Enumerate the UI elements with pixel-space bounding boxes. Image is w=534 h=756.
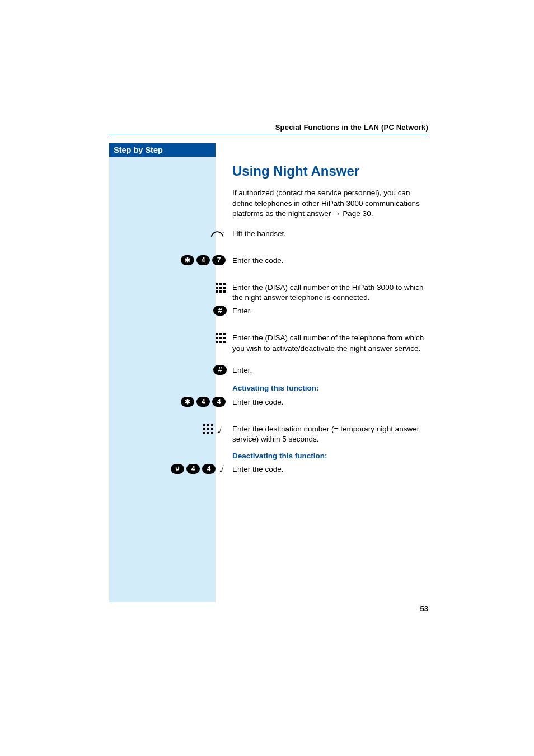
sidebar-tab: Step by Step — [109, 143, 216, 157]
key-7: 7 — [212, 255, 226, 265]
svg-rect-18 — [219, 341, 222, 343]
svg-rect-23 — [203, 428, 205, 430]
svg-rect-4 — [223, 283, 226, 285]
step-lift-handset: Lift the handset. — [232, 229, 428, 239]
running-header: Special Functions in the LAN (PC Network… — [109, 123, 428, 132]
svg-rect-25 — [211, 428, 213, 430]
key-4: 4 — [196, 397, 210, 407]
svg-rect-20 — [203, 424, 205, 426]
svg-rect-15 — [219, 337, 222, 339]
keypad-icon-3 — [203, 424, 213, 437]
svg-rect-8 — [216, 290, 218, 293]
key-4b: 4 — [202, 464, 216, 474]
key-4b: 4 — [212, 397, 226, 407]
svg-rect-5 — [216, 287, 218, 289]
step-enter-1: Enter. — [232, 306, 428, 316]
key-star: ✱ — [181, 397, 194, 407]
key-hash: # — [213, 306, 227, 316]
arrow-icon: → — [333, 209, 341, 218]
step-enter-2: Enter. — [232, 365, 428, 375]
tone-icon-2: ♩ — [219, 464, 223, 473]
svg-rect-24 — [207, 428, 209, 430]
step-by-step-sidebar: Step by Step — [109, 143, 216, 602]
key-4: 4 — [196, 255, 210, 265]
code-hash-4-4-tone: # 4 4 ♩ — [171, 464, 223, 474]
svg-rect-6 — [219, 287, 222, 289]
step-enter-disa-1: Enter the (DISA) call number of the HiPa… — [232, 283, 428, 303]
svg-rect-3 — [219, 283, 222, 285]
svg-rect-27 — [207, 432, 209, 434]
step-enter-disa-2: Enter the (DISA) call number of the tele… — [232, 333, 428, 353]
svg-rect-19 — [223, 341, 226, 343]
key-hash-2: # — [213, 365, 227, 375]
step-enter-code-2: Enter the code. — [232, 397, 428, 407]
activating-heading: Activating this function: — [232, 383, 428, 393]
intro-text: If authorized (contact the service perso… — [232, 189, 420, 217]
code-star-4-7: ✱ 4 7 — [181, 255, 226, 265]
header-rule — [109, 135, 428, 135]
tone-icon: ♩ — [217, 426, 221, 435]
svg-rect-16 — [223, 337, 226, 339]
step-enter-code-3: Enter the code. — [232, 464, 428, 475]
svg-rect-22 — [211, 424, 213, 426]
lift-handset-icon — [210, 229, 224, 239]
key-hash-1: # — [213, 306, 227, 316]
deactivating-heading: Deactivating this function: — [232, 451, 428, 461]
key-hash: # — [213, 365, 227, 375]
key-hash: # — [171, 464, 184, 474]
key-4: 4 — [186, 464, 200, 474]
svg-rect-10 — [223, 290, 226, 293]
svg-point-1 — [223, 232, 224, 233]
code-star-4-4: ✱ 4 4 — [181, 397, 226, 407]
keypad-icon-2 — [216, 333, 226, 343]
step-enter-code-1: Enter the code. — [232, 256, 428, 266]
svg-rect-14 — [216, 337, 218, 339]
key-star: ✱ — [181, 255, 194, 265]
svg-rect-17 — [216, 341, 218, 343]
svg-rect-12 — [219, 333, 222, 335]
page-title: Using Night Answer — [232, 162, 428, 180]
svg-rect-11 — [216, 333, 218, 335]
main-content: Using Night Answer If authorized (contac… — [232, 162, 428, 481]
sidebar-tab-label: Step by Step — [114, 145, 163, 154]
svg-rect-26 — [203, 432, 205, 434]
svg-rect-2 — [216, 283, 218, 285]
step-enter-destination: Enter the destination number (= temporar… — [232, 424, 428, 444]
svg-rect-13 — [223, 333, 226, 335]
svg-point-0 — [222, 232, 223, 233]
svg-rect-7 — [223, 287, 226, 289]
svg-rect-9 — [219, 290, 222, 293]
svg-rect-21 — [207, 424, 209, 426]
intro-paragraph: If authorized (contact the service perso… — [232, 188, 428, 219]
svg-rect-28 — [211, 432, 213, 434]
page-number: 53 — [109, 604, 428, 613]
keypad-icon — [216, 283, 226, 293]
keypad-tone-icon: ♩ — [203, 424, 221, 437]
page-reference-link[interactable]: Page 30. — [341, 209, 373, 218]
